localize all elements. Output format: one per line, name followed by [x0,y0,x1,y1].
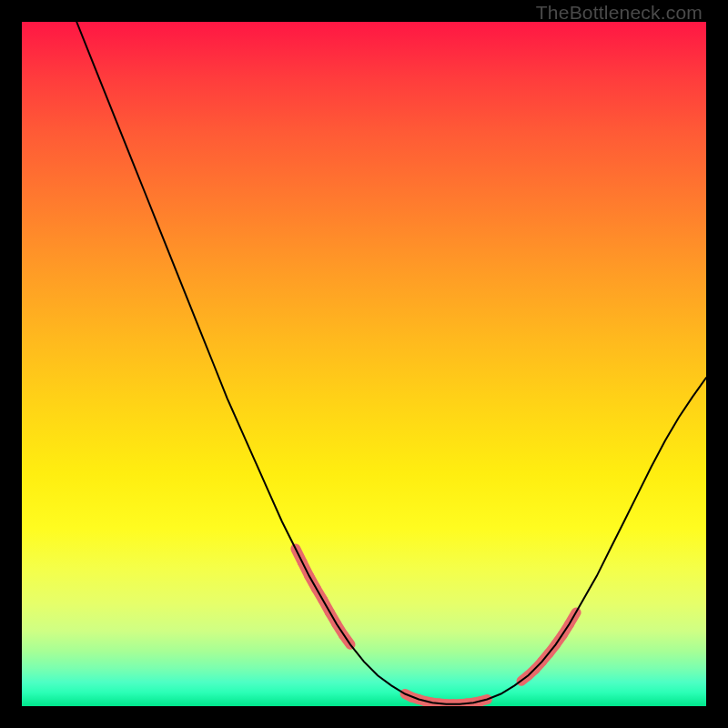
highlight-band-left [296,549,350,644]
bottleneck-curve [76,22,706,704]
watermark-text: TheBottleneck.com [536,2,703,24]
highlight-band-right [521,612,576,681]
plot-area [22,22,706,706]
chart-frame: TheBottleneck.com [0,0,728,728]
curve-layer [22,22,706,706]
